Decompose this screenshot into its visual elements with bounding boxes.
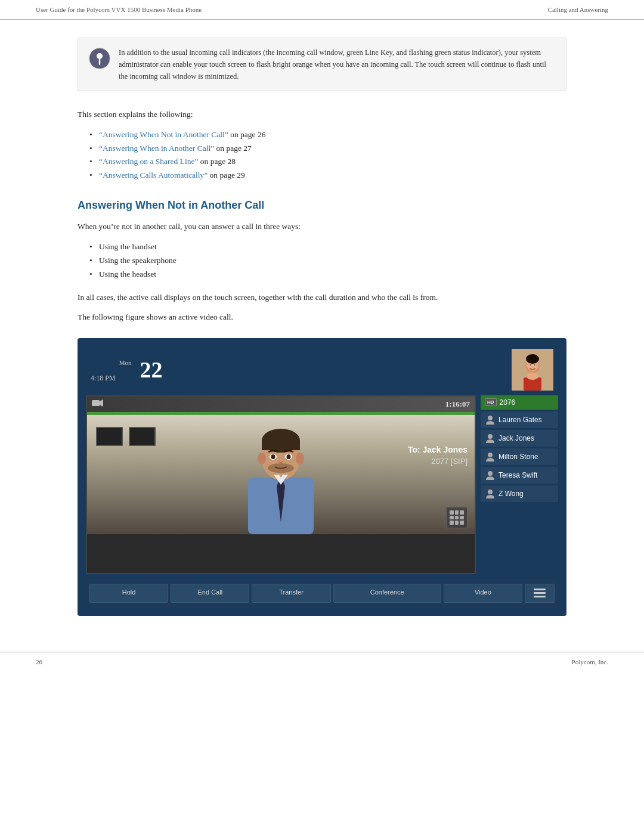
contact-item-teresa[interactable]: Teresa Swift — [481, 467, 558, 484]
note-text: In addition to the usual incoming call i… — [119, 47, 555, 82]
keypad-dot-7 — [450, 521, 454, 525]
phone-time: 4:18 PM — [91, 374, 116, 383]
method-headset: Using the headset — [89, 268, 566, 281]
header-left: User Guide for the Polycom VVX 1500 Busi… — [36, 6, 202, 13]
page-footer: 26 Polycom, Inc. — [0, 652, 644, 671]
keypad-dot-3 — [460, 510, 464, 515]
contact-person-icon-teresa — [485, 470, 496, 481]
status-bar: 4:18 PM Mon 22 — [86, 346, 558, 395]
keypad-dot-1 — [450, 510, 454, 515]
section-para1: When you’re not in another call, you can… — [78, 220, 566, 233]
section-para3: The following figure shows an active vid… — [78, 311, 566, 324]
hold-button[interactable]: Hold — [89, 584, 168, 603]
status-bar-left: 4:18 PM Mon 22 — [91, 357, 162, 383]
link-answering-auto[interactable]: “Answering Calls Automatically” — [99, 171, 208, 179]
menu-icon — [534, 589, 546, 598]
phone-main: 1:16:07 — [86, 395, 558, 574]
contact-name-lauren: Lauren Gates — [499, 416, 542, 424]
svg-point-33 — [488, 490, 493, 494]
contact-item-zwong[interactable]: Z Wong — [481, 485, 558, 502]
phone-buttons: Hold End Call Transfer Conference Video — [86, 579, 558, 608]
svg-point-32 — [488, 471, 493, 476]
svg-point-10 — [534, 364, 535, 366]
keypad-dot-5 — [455, 516, 459, 520]
contact-item-lauren[interactable]: Lauren Gates — [481, 411, 558, 428]
phone-screenshot: 4:18 PM Mon 22 — [78, 338, 566, 616]
contact-name-jack: Jack Jones — [499, 434, 534, 442]
svg-point-9 — [530, 364, 531, 366]
svg-point-21 — [258, 453, 266, 465]
section-title: Answering When Not in Another Call — [78, 199, 566, 212]
page-header: User Guide for the Polycom VVX 1500 Busi… — [0, 0, 644, 20]
link-item-1[interactable]: “Answering When Not in Another Call” on … — [89, 128, 566, 142]
contact-name-2076: 2076 — [500, 398, 516, 407]
call-info: To: Jack Jones 2077 [SIP] — [408, 445, 467, 466]
svg-point-22 — [296, 453, 304, 465]
keypad-dot-9 — [460, 521, 464, 525]
page-number: 26 — [36, 658, 42, 665]
video-top-bar: 1:16:07 — [87, 397, 475, 412]
conference-button[interactable]: Conference — [333, 584, 441, 603]
camera-icon — [92, 399, 104, 410]
svg-point-6 — [526, 354, 539, 364]
link-answering-in-call[interactable]: “Answering When in Another Call” — [99, 144, 214, 153]
person-video: To: Jack Jones 2077 [SIP] — [87, 415, 475, 534]
method-speakerphone: Using the speakerphone — [89, 254, 566, 268]
contact-person-icon-milton — [485, 451, 496, 462]
contact-name-teresa: Teresa Swift — [499, 471, 537, 479]
svg-marker-14 — [100, 400, 103, 407]
monitor-1 — [96, 427, 123, 446]
keypad-dot-4 — [450, 516, 454, 520]
svg-point-27 — [268, 463, 294, 473]
menu-button[interactable] — [525, 584, 555, 603]
svg-rect-13 — [92, 400, 100, 406]
contact-item-active[interactable]: HD 2076 — [481, 395, 558, 410]
link-item-4[interactable]: “Answering Calls Automatically” on page … — [89, 169, 566, 182]
header-right: Calling and Answering — [548, 6, 608, 13]
video-timer: 1:16:07 — [445, 400, 470, 409]
contact-item-milton[interactable]: Milton Stone — [481, 448, 558, 465]
link-item-3[interactable]: “Answering on a Shared Line” on page 28 — [89, 155, 566, 169]
note-box: In addition to the usual incoming call i… — [78, 38, 566, 91]
svg-point-31 — [488, 453, 493, 457]
top-avatar — [512, 349, 553, 391]
hd-badge: HD — [485, 398, 497, 406]
keypad-area — [446, 507, 467, 528]
video-button[interactable]: Video — [444, 584, 522, 603]
contact-name-milton: Milton Stone — [499, 453, 538, 461]
link-answering-not-in-call[interactable]: “Answering When Not in Another Call” — [99, 130, 228, 139]
avatar-svg — [512, 349, 553, 391]
method-handset: Using the handset — [89, 240, 566, 254]
company-name: Polycom, Inc. — [572, 658, 608, 665]
contact-item-jack[interactable]: Jack Jones — [481, 430, 558, 447]
svg-rect-20 — [262, 441, 300, 450]
call-sip: 2077 [SIP] — [408, 457, 467, 466]
contact-person-icon-jack — [485, 433, 496, 444]
keypad-dot-6 — [460, 516, 464, 520]
svg-rect-36 — [534, 596, 546, 597]
links-list: “Answering When Not in Another Call” on … — [89, 128, 566, 183]
end-call-button[interactable]: End Call — [171, 584, 249, 603]
pin-icon — [89, 48, 110, 69]
transfer-button[interactable]: Transfer — [252, 584, 330, 603]
link-item-2[interactable]: “Answering When in Another Call” on page… — [89, 142, 566, 156]
call-to-label: To: Jack Jones — [408, 445, 467, 454]
answer-methods-list: Using the handset Using the speakerphone… — [89, 240, 566, 281]
keypad-dot-2 — [455, 510, 459, 515]
intro-paragraph: This section explains the following: — [78, 108, 566, 121]
contact-person-icon — [485, 414, 496, 425]
video-area: 1:16:07 — [86, 395, 476, 574]
svg-rect-35 — [534, 592, 546, 594]
section-para2: In all cases, the active call displays o… — [78, 291, 566, 304]
person-silhouette — [215, 418, 346, 534]
sidebar-contacts: HD 2076 Lauren Gates — [481, 395, 558, 574]
svg-point-25 — [271, 454, 275, 459]
keypad-dot-8 — [455, 521, 459, 525]
contact-person-icon-zwong — [485, 488, 496, 499]
phone-date: 22 — [140, 357, 162, 383]
svg-point-12 — [527, 373, 538, 380]
keypad-icon — [446, 507, 467, 528]
monitor-2 — [129, 427, 156, 446]
svg-point-29 — [488, 416, 493, 420]
link-answering-shared[interactable]: “Answering on a Shared Line” — [99, 157, 198, 166]
